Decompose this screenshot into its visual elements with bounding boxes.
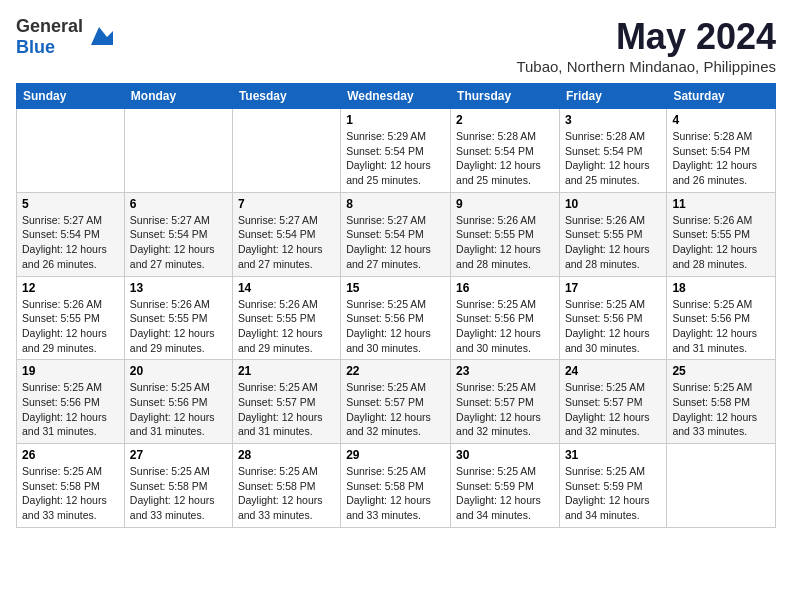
day-number: 6 [130, 197, 227, 211]
calendar-cell: 28Sunrise: 5:25 AM Sunset: 5:58 PM Dayli… [232, 444, 340, 528]
calendar-cell: 14Sunrise: 5:26 AM Sunset: 5:55 PM Dayli… [232, 276, 340, 360]
calendar-cell: 23Sunrise: 5:25 AM Sunset: 5:57 PM Dayli… [451, 360, 560, 444]
calendar-body: 1Sunrise: 5:29 AM Sunset: 5:54 PM Daylig… [17, 109, 776, 528]
calendar-cell: 20Sunrise: 5:25 AM Sunset: 5:56 PM Dayli… [124, 360, 232, 444]
day-info: Sunrise: 5:27 AM Sunset: 5:54 PM Dayligh… [130, 213, 227, 272]
day-number: 9 [456, 197, 554, 211]
day-number: 15 [346, 281, 445, 295]
day-info: Sunrise: 5:25 AM Sunset: 5:57 PM Dayligh… [346, 380, 445, 439]
day-number: 8 [346, 197, 445, 211]
day-info: Sunrise: 5:25 AM Sunset: 5:56 PM Dayligh… [22, 380, 119, 439]
logo-text: General Blue [16, 16, 83, 58]
day-info: Sunrise: 5:26 AM Sunset: 5:55 PM Dayligh… [565, 213, 661, 272]
calendar-cell: 10Sunrise: 5:26 AM Sunset: 5:55 PM Dayli… [559, 192, 666, 276]
day-header-friday: Friday [559, 84, 666, 109]
day-info: Sunrise: 5:28 AM Sunset: 5:54 PM Dayligh… [456, 129, 554, 188]
day-info: Sunrise: 5:25 AM Sunset: 5:56 PM Dayligh… [672, 297, 770, 356]
calendar-cell [124, 109, 232, 193]
calendar-cell: 25Sunrise: 5:25 AM Sunset: 5:58 PM Dayli… [667, 360, 776, 444]
calendar-cell: 31Sunrise: 5:25 AM Sunset: 5:59 PM Dayli… [559, 444, 666, 528]
calendar-cell: 12Sunrise: 5:26 AM Sunset: 5:55 PM Dayli… [17, 276, 125, 360]
day-number: 21 [238, 364, 335, 378]
day-number: 13 [130, 281, 227, 295]
calendar-table: SundayMondayTuesdayWednesdayThursdayFrid… [16, 83, 776, 528]
day-number: 23 [456, 364, 554, 378]
day-number: 11 [672, 197, 770, 211]
day-info: Sunrise: 5:25 AM Sunset: 5:57 PM Dayligh… [456, 380, 554, 439]
day-number: 4 [672, 113, 770, 127]
calendar-cell: 3Sunrise: 5:28 AM Sunset: 5:54 PM Daylig… [559, 109, 666, 193]
calendar-header: SundayMondayTuesdayWednesdayThursdayFrid… [17, 84, 776, 109]
calendar-cell: 9Sunrise: 5:26 AM Sunset: 5:55 PM Daylig… [451, 192, 560, 276]
location-title: Tubao, Northern Mindanao, Philippines [516, 58, 776, 75]
week-row-1: 1Sunrise: 5:29 AM Sunset: 5:54 PM Daylig… [17, 109, 776, 193]
day-number: 14 [238, 281, 335, 295]
day-info: Sunrise: 5:25 AM Sunset: 5:58 PM Dayligh… [238, 464, 335, 523]
calendar-cell: 2Sunrise: 5:28 AM Sunset: 5:54 PM Daylig… [451, 109, 560, 193]
week-row-4: 19Sunrise: 5:25 AM Sunset: 5:56 PM Dayli… [17, 360, 776, 444]
day-number: 20 [130, 364, 227, 378]
day-info: Sunrise: 5:25 AM Sunset: 5:56 PM Dayligh… [130, 380, 227, 439]
day-number: 1 [346, 113, 445, 127]
day-info: Sunrise: 5:27 AM Sunset: 5:54 PM Dayligh… [346, 213, 445, 272]
day-info: Sunrise: 5:26 AM Sunset: 5:55 PM Dayligh… [456, 213, 554, 272]
calendar-cell: 16Sunrise: 5:25 AM Sunset: 5:56 PM Dayli… [451, 276, 560, 360]
day-info: Sunrise: 5:26 AM Sunset: 5:55 PM Dayligh… [130, 297, 227, 356]
day-header-wednesday: Wednesday [341, 84, 451, 109]
title-area: May 2024 Tubao, Northern Mindanao, Phili… [516, 16, 776, 75]
day-number: 3 [565, 113, 661, 127]
day-info: Sunrise: 5:26 AM Sunset: 5:55 PM Dayligh… [672, 213, 770, 272]
day-info: Sunrise: 5:26 AM Sunset: 5:55 PM Dayligh… [238, 297, 335, 356]
day-info: Sunrise: 5:27 AM Sunset: 5:54 PM Dayligh… [238, 213, 335, 272]
day-number: 26 [22, 448, 119, 462]
day-info: Sunrise: 5:25 AM Sunset: 5:59 PM Dayligh… [565, 464, 661, 523]
day-info: Sunrise: 5:26 AM Sunset: 5:55 PM Dayligh… [22, 297, 119, 356]
calendar-cell: 18Sunrise: 5:25 AM Sunset: 5:56 PM Dayli… [667, 276, 776, 360]
calendar-cell: 26Sunrise: 5:25 AM Sunset: 5:58 PM Dayli… [17, 444, 125, 528]
page-header: General Blue May 2024 Tubao, Northern Mi… [16, 16, 776, 75]
logo-icon [85, 23, 113, 51]
calendar-cell: 19Sunrise: 5:25 AM Sunset: 5:56 PM Dayli… [17, 360, 125, 444]
week-row-2: 5Sunrise: 5:27 AM Sunset: 5:54 PM Daylig… [17, 192, 776, 276]
calendar-cell: 4Sunrise: 5:28 AM Sunset: 5:54 PM Daylig… [667, 109, 776, 193]
calendar-cell: 6Sunrise: 5:27 AM Sunset: 5:54 PM Daylig… [124, 192, 232, 276]
logo: General Blue [16, 16, 113, 58]
day-info: Sunrise: 5:25 AM Sunset: 5:57 PM Dayligh… [238, 380, 335, 439]
week-row-3: 12Sunrise: 5:26 AM Sunset: 5:55 PM Dayli… [17, 276, 776, 360]
day-info: Sunrise: 5:25 AM Sunset: 5:57 PM Dayligh… [565, 380, 661, 439]
day-header-monday: Monday [124, 84, 232, 109]
week-row-5: 26Sunrise: 5:25 AM Sunset: 5:58 PM Dayli… [17, 444, 776, 528]
day-header-sunday: Sunday [17, 84, 125, 109]
calendar-cell: 15Sunrise: 5:25 AM Sunset: 5:56 PM Dayli… [341, 276, 451, 360]
day-number: 24 [565, 364, 661, 378]
day-info: Sunrise: 5:25 AM Sunset: 5:56 PM Dayligh… [456, 297, 554, 356]
day-info: Sunrise: 5:27 AM Sunset: 5:54 PM Dayligh… [22, 213, 119, 272]
day-number: 25 [672, 364, 770, 378]
logo-blue: Blue [16, 37, 55, 57]
calendar-cell: 29Sunrise: 5:25 AM Sunset: 5:58 PM Dayli… [341, 444, 451, 528]
day-number: 22 [346, 364, 445, 378]
calendar-cell: 1Sunrise: 5:29 AM Sunset: 5:54 PM Daylig… [341, 109, 451, 193]
day-number: 12 [22, 281, 119, 295]
calendar-cell [17, 109, 125, 193]
day-number: 16 [456, 281, 554, 295]
calendar-cell: 30Sunrise: 5:25 AM Sunset: 5:59 PM Dayli… [451, 444, 560, 528]
calendar-cell: 7Sunrise: 5:27 AM Sunset: 5:54 PM Daylig… [232, 192, 340, 276]
day-header-thursday: Thursday [451, 84, 560, 109]
day-info: Sunrise: 5:25 AM Sunset: 5:59 PM Dayligh… [456, 464, 554, 523]
day-number: 28 [238, 448, 335, 462]
day-info: Sunrise: 5:25 AM Sunset: 5:58 PM Dayligh… [672, 380, 770, 439]
calendar-cell: 21Sunrise: 5:25 AM Sunset: 5:57 PM Dayli… [232, 360, 340, 444]
day-info: Sunrise: 5:25 AM Sunset: 5:58 PM Dayligh… [22, 464, 119, 523]
calendar-cell: 24Sunrise: 5:25 AM Sunset: 5:57 PM Dayli… [559, 360, 666, 444]
day-info: Sunrise: 5:29 AM Sunset: 5:54 PM Dayligh… [346, 129, 445, 188]
day-number: 5 [22, 197, 119, 211]
day-number: 7 [238, 197, 335, 211]
day-info: Sunrise: 5:25 AM Sunset: 5:56 PM Dayligh… [346, 297, 445, 356]
day-number: 27 [130, 448, 227, 462]
svg-marker-0 [91, 27, 113, 45]
day-number: 19 [22, 364, 119, 378]
day-header-saturday: Saturday [667, 84, 776, 109]
calendar-cell: 8Sunrise: 5:27 AM Sunset: 5:54 PM Daylig… [341, 192, 451, 276]
day-info: Sunrise: 5:28 AM Sunset: 5:54 PM Dayligh… [565, 129, 661, 188]
